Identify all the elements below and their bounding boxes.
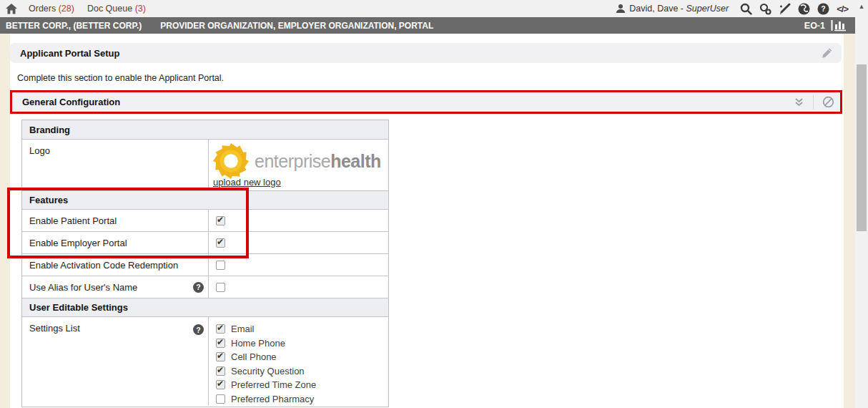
section-general-configuration: General Configuration [10,90,842,114]
settings-item-label: Security Question [231,366,305,377]
checkbox-security-question[interactable] [216,366,225,376]
checkbox-enable-patient-portal[interactable] [216,216,225,225]
checkbox-home-phone[interactable] [216,339,225,348]
page-title-bar: Applicant Portal Setup [10,43,842,63]
organization-bar: BETTER CORP., (BETTER CORP.) PROVIDER OR… [0,17,855,34]
table-row: Logo enterprisehealthupload new logo [22,139,388,190]
current-user[interactable]: David, Dave - SuperUser [616,4,729,14]
table-section-header: User Editable Settings [22,298,388,316]
table-section-header-label: Features [29,195,68,205]
vertical-scrollbar[interactable]: ▲ [855,0,868,408]
table-row: Enable Patient Portal [22,209,388,231]
settings-item-label: Cell Phone [231,351,277,362]
settings-list-item: Preferred Pharmacy [216,392,314,407]
code-icon[interactable]: </> [837,4,848,14]
user-icon [616,4,626,14]
table-section-header-label: User Editable Settings [29,302,128,313]
section-title: General Configuration [22,97,120,107]
top-navigation-bar: Orders (28) Doc Queue (3) David, Dave - … [0,0,855,17]
edit-pencil-icon[interactable] [822,47,833,59]
wand-icon[interactable] [779,3,791,15]
scrollbar-thumb[interactable] [857,64,867,231]
search-icon[interactable] [740,3,752,15]
settings-list-item: Home Phone [216,336,285,351]
checkbox-preferred-time-zone[interactable] [216,380,225,389]
settings-list-item: Cell Phone [216,350,277,364]
home-icon[interactable] [6,4,17,14]
settings-item-label: Home Phone [231,338,285,349]
nav-doc-queue[interactable]: Doc Queue (3) [87,4,146,14]
topbar-right-cluster: David, Dave - SuperUser ? </> [616,3,848,15]
field-label: Logo [29,145,50,156]
enterprise-health-logo-icon [213,143,249,179]
main-content: Applicant Portal Setup Complete this sec… [10,34,844,408]
checkbox-preferred-pharmacy[interactable] [216,394,225,404]
org-roles: PROVIDER ORGANIZATION, EMPLOYER ORGANIZA… [160,21,433,31]
help-question-icon[interactable]: ? [193,324,204,335]
help-icon[interactable]: ? [817,3,829,15]
checkbox-cell-phone[interactable] [216,352,225,361]
field-label: Enable Patient Portal [29,215,117,226]
enterprise-health-logo: enterprisehealth [213,143,381,179]
settings-list-item: Email [216,322,255,336]
settings-item-label: Preferred Pharmacy [231,394,314,404]
svg-text:?: ? [821,4,825,13]
settings-item-label: Email [231,324,255,334]
settings-item-label: Preferred Time Zone [231,379,316,390]
page-description: Complete this section to enable the Appl… [17,73,224,83]
settings-list-item: Preferred Time Zone [216,378,316,392]
field-label: Use Alias for User's Name [29,282,137,293]
checkbox-enable-activation-code-redemption[interactable] [216,261,225,270]
org-code-badge: EO-1 [804,21,825,31]
config-table: BrandingLogo enterprisehealthupload new … [21,120,389,407]
app-window: Orders (28) Doc Queue (3) David, Dave - … [0,0,868,408]
nav-orders[interactable]: Orders (28) [29,4,74,14]
checkbox-email[interactable] [216,324,225,334]
field-label: Settings List [29,323,80,334]
scroll-up-arrow-icon[interactable]: ▲ [855,3,868,10]
table-row: Settings List?EmailHome PhoneCell PhoneS… [22,316,388,406]
settings-list-item: Security Question [216,364,305,379]
bar-chart-icon[interactable] [831,19,847,31]
field-label: Enable Employer Portal [29,238,127,248]
checkbox-enable-employer-portal[interactable] [216,238,225,248]
upload-new-logo-link[interactable]: upload new logo [213,177,281,188]
table-row: Enable Employer Portal [22,231,388,253]
checkbox-use-alias-for-user-s-name[interactable] [216,283,225,292]
table-row: Use Alias for User's Name? [22,276,388,298]
collapse-chevrons-icon[interactable] [792,96,806,109]
logo-text-light: enterprise [255,151,330,171]
table-section-header: Branding [22,120,388,139]
field-label: Enable Activation Code Redemption [29,260,178,271]
link-icon[interactable] [759,3,771,15]
table-section-header-label: Branding [29,125,70,135]
divider [813,95,814,110]
disable-circle-slash-icon[interactable] [821,94,836,110]
globe-icon[interactable] [798,3,810,15]
logo-text-bold: health [330,151,381,171]
help-question-icon[interactable]: ? [193,282,204,293]
table-row: Enable Activation Code Redemption [22,253,388,276]
page-title: Applicant Portal Setup [20,48,119,59]
org-name: BETTER CORP., (BETTER CORP.) [6,21,142,31]
topbar-links: Orders (28) Doc Queue (3) [29,4,146,14]
table-section-header: Features [22,190,388,209]
